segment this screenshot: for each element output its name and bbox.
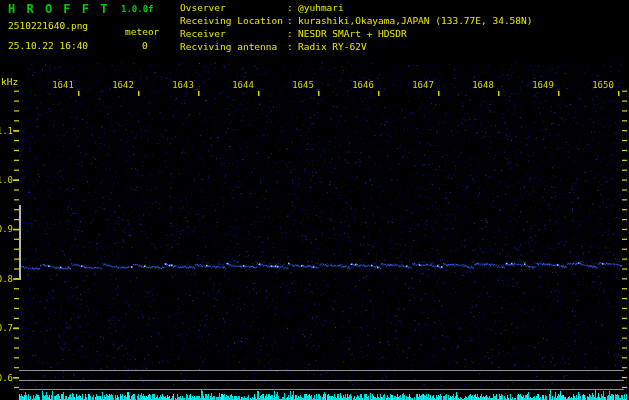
separator: :: [287, 2, 293, 13]
separator: :: [287, 15, 293, 26]
location-value: kurashiki,Okayama,JAPAN (133.77E, 34.58N…: [298, 15, 533, 26]
observer-label: Ovserver: [180, 2, 226, 13]
observation-datetime: 25.10.22 16:40: [8, 40, 88, 51]
antenna-label: Recviving antenna: [180, 41, 277, 52]
echo-count: 0: [142, 40, 148, 51]
observer-value: @yuhmari: [298, 2, 344, 13]
freq-axis-unit: kHz: [1, 76, 18, 87]
observation-note: meteor: [125, 26, 159, 37]
location-label: Receiving Location: [180, 15, 283, 26]
spectrogram-canvas: [0, 0, 629, 400]
receiver-label: Receiver: [180, 28, 226, 39]
separator: :: [287, 28, 293, 39]
output-filename: 2510221640.png: [8, 20, 88, 31]
receiver-value: NESDR SMArt + HDSDR: [298, 28, 407, 39]
separator: :: [287, 41, 293, 52]
hrofft-window: H R O F F T 1.0.0f 2510221640.png meteor…: [0, 0, 629, 400]
app-title: H R O F F T: [8, 2, 109, 16]
app-version: 1.0.0f: [121, 4, 154, 14]
antenna-value: Radix RY-62V: [298, 41, 367, 52]
